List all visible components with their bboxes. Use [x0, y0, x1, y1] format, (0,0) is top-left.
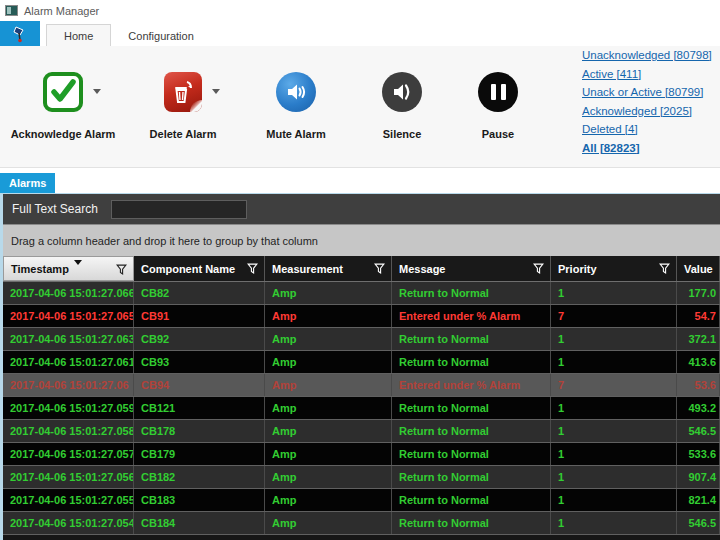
- filter-funnel-icon[interactable]: [374, 263, 385, 274]
- full-text-search-bar: Full Text Search: [3, 194, 720, 224]
- app-menu-button[interactable]: [0, 21, 40, 46]
- alarm-cell-component: CB182: [134, 466, 265, 488]
- alarm-filter-link[interactable]: All [82823]: [582, 142, 717, 154]
- pause-label: Pause: [482, 128, 514, 140]
- header-measurement[interactable]: Measurement: [265, 256, 392, 281]
- alarm-table-body: 2017-04-06 15:01:27.066CB82AmpReturn to …: [3, 282, 720, 535]
- delete-alarm-button[interactable]: Delete Alarm: [126, 46, 240, 167]
- alarm-row[interactable]: 2017-04-06 15:01:27.058CB178AmpReturn to…: [3, 420, 720, 443]
- ribbon-toolbar: Acknowledge Alarm Delete Alarm: [0, 46, 720, 168]
- alarm-cell-priority: 1: [551, 351, 677, 373]
- alarm-filter-link[interactable]: Acknowledged [2025]: [582, 105, 717, 117]
- full-text-search-input[interactable]: [111, 200, 247, 219]
- alarm-cell-timestamp: 2017-04-06 15:01:27.063: [3, 328, 134, 350]
- alarm-cell-measurement: Amp: [265, 397, 392, 419]
- alarm-cell-message: Return to Normal: [392, 489, 551, 511]
- alarm-cell-measurement: Amp: [265, 443, 392, 465]
- alarm-cell-message: Return to Normal: [392, 282, 551, 304]
- filter-funnel-icon[interactable]: [247, 263, 258, 274]
- alarms-panel-tab[interactable]: Alarms: [0, 173, 55, 193]
- alarm-cell-timestamp: 2017-04-06 15:01:27.065: [3, 305, 134, 327]
- alarm-cell-message: Return to Normal: [392, 512, 551, 534]
- header-timestamp[interactable]: Timestamp: [3, 256, 134, 281]
- alarms-panel: Full Text Search Drag a column header an…: [0, 193, 720, 540]
- alarm-cell-measurement: Amp: [265, 282, 392, 304]
- alarm-cell-message: Entered under % Alarm: [392, 305, 551, 327]
- alarm-cell-message: Return to Normal: [392, 397, 551, 419]
- acknowledge-alarm-label: Acknowledge Alarm: [11, 128, 116, 140]
- alarm-cell-value: 546.5: [677, 420, 720, 442]
- alarm-cell-message: Return to Normal: [392, 328, 551, 350]
- alarm-table-header: Timestamp Component Name Measurement Mes…: [3, 256, 720, 282]
- header-priority[interactable]: Priority: [551, 256, 677, 281]
- alarm-filter-link[interactable]: Unacknowledged [80798]: [582, 49, 717, 61]
- filter-funnel-icon[interactable]: [659, 263, 670, 274]
- alarm-cell-priority: 1: [551, 397, 677, 419]
- acknowledge-check-icon: [43, 72, 83, 112]
- header-component-name[interactable]: Component Name: [134, 256, 265, 281]
- silence-label: Silence: [383, 128, 422, 140]
- alarm-cell-value: 546.5: [677, 512, 720, 534]
- alarm-row[interactable]: 2017-04-06 15:01:27.059CB121AmpReturn to…: [3, 397, 720, 420]
- alarm-cell-component: CB82: [134, 282, 265, 304]
- alarm-cell-component: CB179: [134, 443, 265, 465]
- alarm-row[interactable]: 2017-04-06 15:01:27.054CB184AmpReturn to…: [3, 512, 720, 535]
- header-value[interactable]: Value: [677, 256, 720, 281]
- mute-alarm-button[interactable]: Mute Alarm: [240, 46, 352, 167]
- alarm-cell-priority: 7: [551, 305, 677, 327]
- alarm-cell-priority: 1: [551, 282, 677, 304]
- alarm-cell-timestamp: 2017-04-06 15:01:27.057: [3, 443, 134, 465]
- window-icon: [5, 5, 18, 16]
- header-message[interactable]: Message: [392, 256, 551, 281]
- alarm-cell-timestamp: 2017-04-06 15:01:27.066: [3, 282, 134, 304]
- silence-speaker-icon: [382, 72, 422, 112]
- alarm-cell-message: Return to Normal: [392, 443, 551, 465]
- pause-button[interactable]: Pause: [452, 46, 544, 167]
- alarm-row[interactable]: 2017-04-06 15:01:27.057CB179AmpReturn to…: [3, 443, 720, 466]
- alarm-row[interactable]: 2017-04-06 15:01:27.065CB91AmpEntered un…: [3, 305, 720, 328]
- alarm-row[interactable]: 2017-04-06 15:01:27.06CB94AmpEntered und…: [3, 374, 720, 397]
- sort-descending-icon: [74, 260, 82, 265]
- alarm-cell-priority: 1: [551, 328, 677, 350]
- alarm-filter-link[interactable]: Active [411]: [582, 68, 717, 80]
- alarm-cell-value: 907.4: [677, 466, 720, 488]
- alarm-cell-timestamp: 2017-04-06 15:01:27.059: [3, 397, 134, 419]
- alarm-row[interactable]: 2017-04-06 15:01:27.061CB93AmpReturn to …: [3, 351, 720, 374]
- alarm-row[interactable]: 2017-04-06 15:01:27.055CB183AmpReturn to…: [3, 489, 720, 512]
- alarm-cell-message: Return to Normal: [392, 420, 551, 442]
- alarm-row[interactable]: 2017-04-06 15:01:27.066CB82AmpReturn to …: [3, 282, 720, 305]
- filter-funnel-icon[interactable]: [533, 263, 544, 274]
- tab-home[interactable]: Home: [46, 24, 111, 46]
- acknowledge-dropdown-icon[interactable]: [93, 89, 101, 94]
- alarm-cell-priority: 1: [551, 489, 677, 511]
- tab-configuration[interactable]: Configuration: [111, 25, 210, 46]
- alarm-cell-measurement: Amp: [265, 512, 392, 534]
- alarm-cell-priority: 1: [551, 420, 677, 442]
- alarm-cell-value: 533.6: [677, 443, 720, 465]
- alarm-cell-component: CB178: [134, 420, 265, 442]
- alarm-cell-value: 372.1: [677, 328, 720, 350]
- alarm-cell-value: 177.0: [677, 282, 720, 304]
- alarm-filter-link[interactable]: Deleted [4]: [582, 123, 717, 135]
- delete-dropdown-icon[interactable]: [212, 89, 220, 94]
- alarm-filter-link[interactable]: Unack or Active [80799]: [582, 86, 717, 98]
- acknowledge-alarm-button[interactable]: Acknowledge Alarm: [0, 46, 126, 167]
- alarm-cell-value: 54.7: [677, 305, 720, 327]
- alarm-cell-priority: 1: [551, 443, 677, 465]
- alarm-cell-component: CB92: [134, 328, 265, 350]
- alarm-cell-value: 493.2: [677, 397, 720, 419]
- pause-icon: [478, 72, 518, 112]
- alarm-cell-timestamp: 2017-04-06 15:01:27.06: [3, 374, 134, 396]
- alarm-row[interactable]: 2017-04-06 15:01:27.056CB182AmpReturn to…: [3, 466, 720, 489]
- delete-trash-icon: [164, 72, 202, 112]
- alarm-cell-component: CB94: [134, 374, 265, 396]
- alarm-cell-timestamp: 2017-04-06 15:01:27.055: [3, 489, 134, 511]
- alarm-cell-timestamp: 2017-04-06 15:01:27.054: [3, 512, 134, 534]
- alarm-row[interactable]: 2017-04-06 15:01:27.063CB92AmpReturn to …: [3, 328, 720, 351]
- alarm-cell-timestamp: 2017-04-06 15:01:27.058: [3, 420, 134, 442]
- group-by-drop-zone[interactable]: Drag a column header and drop it here to…: [3, 224, 720, 256]
- alarm-filter-links: Unacknowledged [80798]Active [411]Unack …: [582, 49, 717, 160]
- silence-button[interactable]: Silence: [352, 46, 452, 167]
- window-title: Alarm Manager: [24, 5, 99, 17]
- filter-funnel-icon[interactable]: [116, 264, 127, 275]
